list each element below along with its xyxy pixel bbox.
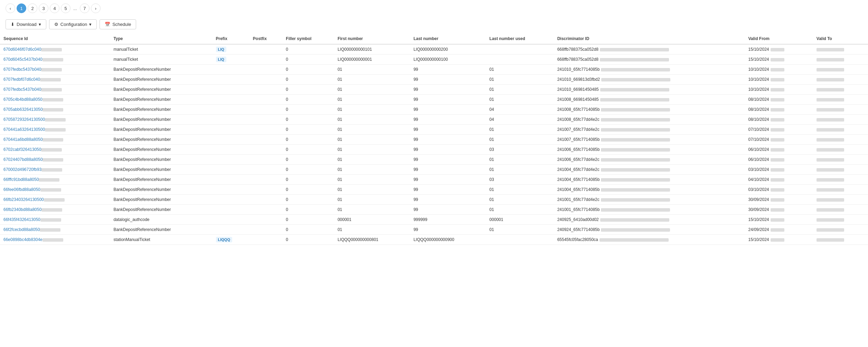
discriminator-blurred-part [600, 88, 669, 91]
next-page-button[interactable]: › [91, 3, 101, 13]
download-button[interactable]: ⬇ Download ▾ [6, 19, 46, 29]
table-row: 66f435f4326413050datalogic_authcode00000… [0, 215, 868, 225]
table-row: 66fb2340bd88a8050BankDepositReferenceNum… [0, 205, 868, 215]
cell-prefix [213, 85, 249, 95]
discriminator-blurred-part [600, 218, 669, 222]
sequence-id-link[interactable]: 6707fedbc5437b040 [3, 67, 41, 72]
cell-sequence-id[interactable]: 670441a6bd88a8050 [0, 135, 110, 145]
cell-sequence-id[interactable]: 66f435f4326413050 [0, 215, 110, 225]
cell-prefix [213, 205, 249, 215]
cell-sequence-id[interactable]: 6705abb6326413050 [0, 105, 110, 115]
cell-sequence-id[interactable]: 66e0898bc4db8304e [0, 235, 110, 245]
table-row: 67024407bd88a8050BankDepositReferenceNum… [0, 155, 868, 165]
col-header-discriminator: Discriminator ID [554, 33, 745, 44]
cell-filler: 0 [282, 195, 334, 205]
page-5-button[interactable]: 5 [61, 3, 70, 13]
cell-prefix [213, 195, 249, 205]
cell-last-number: LIQ000000000100 [410, 55, 486, 65]
gear-icon: ⚙ [54, 22, 58, 27]
cell-discriminator: 241010_66981450485 [554, 85, 745, 95]
sequence-id-link[interactable]: 66e0898bc4db8304e [3, 237, 43, 242]
col-header-valid-to: Valid To [813, 33, 868, 44]
valid-to-blurred-part [817, 148, 844, 152]
page-4-button[interactable]: 4 [50, 3, 59, 13]
cell-postfix [249, 115, 282, 125]
cell-filler: 0 [282, 95, 334, 105]
configuration-button[interactable]: ⚙ Configuration ▾ [49, 19, 97, 29]
cell-sequence-id[interactable]: 670002d496720fb93 [0, 165, 110, 175]
sequence-id-link[interactable]: 670441a63264130500 [3, 127, 45, 132]
cell-sequence-id[interactable]: 67024407bd88a8050 [0, 155, 110, 165]
schedule-button[interactable]: 📅 Schedule [100, 19, 136, 29]
valid-to-blurred-part [817, 188, 844, 192]
cell-sequence-id[interactable]: 6702cabf326413050 [0, 145, 110, 155]
cell-last-used: 01 [486, 155, 554, 165]
cell-postfix [249, 165, 282, 175]
valid-from-blurred-part [771, 238, 784, 242]
sequence-id-link[interactable]: 6702cabf326413050 [3, 147, 41, 152]
cell-valid-from: 24/09/2024 [745, 225, 813, 235]
cell-filler: 0 [282, 205, 334, 215]
cell-sequence-id[interactable]: 66fffc91bd88a8050 [0, 175, 110, 185]
cell-valid-from: 06/10/2024 [745, 155, 813, 165]
cell-sequence-id[interactable]: 6707fedbc5437b040 [0, 65, 110, 75]
page-7-button[interactable]: 7 [80, 3, 89, 13]
cell-sequence-id[interactable]: 6705c4b4bd88a8050 [0, 95, 110, 105]
discriminator-blurred-part [600, 98, 669, 102]
sequence-id-link[interactable]: 66f435f4326413050 [3, 217, 40, 222]
cell-first-number: 01 [334, 165, 410, 175]
cell-filler: 0 [282, 185, 334, 195]
cell-sequence-id[interactable]: 6707fedbc5437b040 [0, 85, 110, 95]
cell-sequence-id[interactable]: 66fb2340bd88a8050 [0, 205, 110, 215]
cell-type: BankDepositReferenceNumber [110, 175, 212, 185]
sequence-id-link[interactable]: 6705abb6326413050 [3, 107, 43, 112]
cell-last-used: 01 [486, 65, 554, 75]
cell-sequence-id[interactable]: 66f2fcecbd88a8050 [0, 225, 110, 235]
cell-sequence-id[interactable]: 670d6045c5437b040 [0, 55, 110, 65]
prev-page-button[interactable]: ‹ [6, 3, 15, 13]
cell-valid-from: 15/10/2024 [745, 55, 813, 65]
cell-valid-from: 03/10/2024 [745, 165, 813, 175]
valid-to-blurred-part [817, 198, 844, 202]
sequence-id-link[interactable]: 66f2fcecbd88a8050 [3, 227, 40, 232]
sequence-id-link[interactable]: 67024407bd88a8050 [3, 157, 43, 162]
sequence-id-link[interactable]: 6707fedbf07d6c040 [3, 77, 40, 82]
cell-sequence-id[interactable]: 670441a63264130500 [0, 125, 110, 135]
cell-first-number: 01 [334, 225, 410, 235]
table-row: 66e0898bc4db8304estationManualTicketLIQQ… [0, 235, 868, 245]
page-2-button[interactable]: 2 [28, 3, 37, 13]
sequence-id-link[interactable]: 670441a6bd88a8050 [3, 137, 43, 142]
cell-first-number: LIQQQ000000000801 [334, 235, 410, 245]
sequence-id-link[interactable]: 6705c4b4bd88a8050 [3, 97, 43, 102]
valid-to-blurred-part [817, 238, 844, 242]
sequence-id-link[interactable]: 670587293264130500 [3, 117, 45, 122]
sequence-id-link[interactable]: 66fffc91bd88a8050 [3, 177, 39, 182]
cell-sequence-id[interactable]: 66fee06fbd88a8050 [0, 185, 110, 195]
cell-discriminator: 668ffb788375ca052d8 [554, 55, 745, 65]
sequence-id-link[interactable]: 66fb2340bd88a8050 [3, 207, 41, 212]
cell-sequence-id[interactable]: 670d6046f07d6c040 [0, 44, 110, 55]
cell-sequence-id[interactable]: 670587293264130500 [0, 115, 110, 125]
cell-last-number: 99 [410, 195, 486, 205]
sequence-id-link[interactable]: 6707fedbc5437b040 [3, 87, 41, 92]
cell-sequence-id[interactable]: 6707fedbf07d6c040 [0, 75, 110, 85]
valid-from-blurred-part [771, 198, 784, 202]
sequence-id-link[interactable]: 66fb23403264130500 [3, 197, 44, 202]
sequence-id-link[interactable]: 670d6046f07d6c040 [3, 47, 41, 52]
cell-sequence-id[interactable]: 66fb23403264130500 [0, 195, 110, 205]
sequence-id-link[interactable]: 66fee06fbd88a8050 [3, 187, 40, 192]
cell-first-number: LIQ000000000001 [334, 55, 410, 65]
sequence-id-link[interactable]: 670002d496720fb93 [3, 167, 41, 172]
cell-last-used: 01 [486, 225, 554, 235]
download-chevron-icon: ▾ [39, 22, 41, 27]
cell-last-used: 01 [486, 205, 554, 215]
cell-filler: 0 [282, 115, 334, 125]
cell-last-number: LIQ000000000200 [410, 44, 486, 55]
page-1-button[interactable]: 1 [17, 3, 26, 13]
cell-valid-from: 04/10/2024 [745, 175, 813, 185]
sequence-id-link[interactable]: 670d6045c5437b040 [3, 57, 43, 62]
page-3-button[interactable]: 3 [39, 3, 48, 13]
table-row: 670587293264130500BankDepositReferenceNu… [0, 115, 868, 125]
cell-discriminator: 241006_65fc7714085b [554, 145, 745, 155]
cell-filler: 0 [282, 235, 334, 245]
